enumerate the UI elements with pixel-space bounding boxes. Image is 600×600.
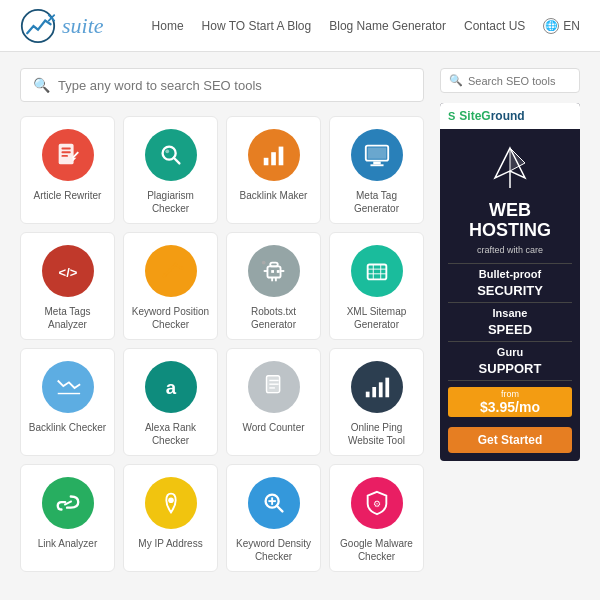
tool-card-keyword-position-checker[interactable]: Keyword Position Checker — [123, 232, 218, 340]
tool-icon-robots-generator — [248, 245, 300, 297]
tool-card-meta-tag-generator[interactable]: Meta Tag Generator — [329, 116, 424, 224]
tool-icon-malware-checker: ⚙ — [351, 477, 403, 529]
svg-rect-30 — [271, 278, 273, 282]
content-area: 🔍 Article RewriterPlagiarism CheckerBack… — [20, 68, 424, 572]
svg-point-32 — [261, 261, 265, 265]
tool-icon-online-ping — [351, 361, 403, 413]
tool-label-my-ip: My IP Address — [130, 537, 211, 550]
svg-rect-6 — [61, 155, 68, 157]
tool-card-keyword-density[interactable]: Keyword Density Checker — [226, 464, 321, 572]
tool-card-backlink-checker[interactable]: Backlink Checker — [20, 348, 115, 456]
nav-contact[interactable]: Contact US — [464, 19, 525, 33]
nav-lang[interactable]: 🌐 EN — [543, 18, 580, 34]
tool-icon-meta-tags-analyzer: </> — [42, 245, 94, 297]
svg-rect-26 — [276, 270, 279, 273]
ad-feature-2: SECURITY — [448, 283, 572, 298]
svg-rect-4 — [61, 148, 70, 150]
svg-rect-12 — [263, 158, 268, 165]
bird-icon — [485, 143, 535, 193]
tool-icon-meta-tag-generator — [351, 129, 403, 181]
tool-label-xml-sitemap: XML Sitemap Generator — [336, 305, 417, 331]
tool-card-meta-tags-analyzer[interactable]: </>Meta Tags Analyzer — [20, 232, 115, 340]
svg-rect-17 — [373, 162, 380, 165]
ad-cta-button[interactable]: Get Started — [448, 427, 572, 453]
ad-feature-3: Insane — [448, 307, 572, 319]
ad-price-amount: $3.95/mo — [452, 399, 568, 415]
lang-label: EN — [563, 19, 580, 33]
main-nav: Home How TO Start A Blog Blog Name Gener… — [152, 18, 580, 34]
svg-point-11 — [165, 149, 169, 153]
ad-feature-4: SPEED — [448, 322, 572, 337]
tool-label-backlink-maker: Backlink Maker — [233, 189, 314, 202]
globe-icon: 🌐 — [543, 18, 559, 34]
svg-text:a: a — [165, 377, 176, 398]
tool-label-robots-generator: Robots.txt Generator — [233, 305, 314, 331]
tool-icon-word-counter — [248, 361, 300, 413]
tool-icon-keyword-position-checker — [145, 245, 197, 297]
svg-point-50 — [168, 497, 174, 503]
tool-card-link-analyzer[interactable]: Link Analyzer — [20, 464, 115, 572]
tool-icon-backlink-maker — [248, 129, 300, 181]
tool-label-article-rewriter: Article Rewriter — [27, 189, 108, 202]
tool-icon-my-ip — [145, 477, 197, 529]
tool-label-plagiarism-checker: Plagiarism Checker — [130, 189, 211, 215]
tool-card-article-rewriter[interactable]: Article Rewriter — [20, 116, 115, 224]
main-container: 🔍 Article RewriterPlagiarism CheckerBack… — [0, 52, 600, 588]
svg-rect-18 — [370, 164, 383, 166]
sidebar-search-icon: 🔍 — [449, 74, 463, 87]
tool-label-keyword-density: Keyword Density Checker — [233, 537, 314, 563]
svg-marker-57 — [510, 148, 525, 171]
svg-rect-5 — [61, 151, 70, 153]
svg-line-10 — [173, 158, 179, 164]
tool-label-word-counter: Word Counter — [233, 421, 314, 434]
tool-label-online-ping: Online Ping Website Tool — [336, 421, 417, 447]
nav-home[interactable]: Home — [152, 19, 184, 33]
nav-blog-name[interactable]: Blog Name Generator — [329, 19, 446, 33]
svg-line-52 — [276, 506, 282, 512]
svg-rect-31 — [274, 278, 276, 282]
tool-card-online-ping[interactable]: Online Ping Website Tool — [329, 348, 424, 456]
svg-rect-3 — [58, 144, 73, 165]
tools-grid: Article RewriterPlagiarism CheckerBackli… — [20, 116, 424, 572]
svg-rect-48 — [385, 378, 389, 398]
svg-rect-27 — [270, 263, 277, 267]
tool-icon-article-rewriter — [42, 129, 94, 181]
tool-card-malware-checker[interactable]: ⚙Google Malware Checker — [329, 464, 424, 572]
tool-label-link-analyzer: Link Analyzer — [27, 537, 108, 550]
svg-text:</>: </> — [58, 265, 77, 280]
sidebar-search-input[interactable] — [468, 75, 571, 87]
tool-label-meta-tags-analyzer: Meta Tags Analyzer — [27, 305, 108, 331]
tool-card-plagiarism-checker[interactable]: Plagiarism Checker — [123, 116, 218, 224]
svg-rect-45 — [365, 392, 369, 398]
logo-icon — [20, 8, 56, 44]
tool-card-xml-sitemap[interactable]: XML Sitemap Generator — [329, 232, 424, 340]
tool-label-malware-checker: Google Malware Checker — [336, 537, 417, 563]
svg-rect-13 — [271, 152, 276, 165]
tool-card-robots-generator[interactable]: Robots.txt Generator — [226, 232, 321, 340]
tool-label-meta-tag-generator: Meta Tag Generator — [336, 189, 417, 215]
ad-headline: WEBHOSTING — [448, 201, 572, 241]
main-search-input[interactable] — [58, 78, 411, 93]
logo-text: suite — [62, 13, 104, 39]
ad-feature-6: SUPPORT — [448, 361, 572, 376]
nav-how-to[interactable]: How TO Start A Blog — [202, 19, 312, 33]
ad-banner: S SiteGround WEBHOSTING crafted with car… — [440, 103, 580, 461]
header: suite Home How TO Start A Blog Blog Name… — [0, 0, 600, 52]
tool-card-backlink-maker[interactable]: Backlink Maker — [226, 116, 321, 224]
tool-icon-plagiarism-checker — [145, 129, 197, 181]
tool-label-alexa-rank: Alexa Rank Checker — [130, 421, 211, 447]
svg-text:⚙: ⚙ — [373, 499, 381, 509]
tool-icon-alexa-rank: a — [145, 361, 197, 413]
tool-card-alexa-rank[interactable]: aAlexa Rank Checker — [123, 348, 218, 456]
ad-sub: crafted with care — [448, 245, 572, 255]
svg-rect-33 — [367, 264, 386, 279]
tool-icon-link-analyzer — [42, 477, 94, 529]
logo[interactable]: suite — [20, 8, 104, 44]
tool-card-word-counter[interactable]: Word Counter — [226, 348, 321, 456]
ad-price: from $3.95/mo — [448, 387, 572, 417]
tool-label-keyword-position-checker: Keyword Position Checker — [130, 305, 211, 331]
tool-card-my-ip[interactable]: My IP Address — [123, 464, 218, 572]
svg-rect-47 — [378, 382, 382, 397]
tool-label-backlink-checker: Backlink Checker — [27, 421, 108, 434]
sidebar-search-bar: 🔍 — [440, 68, 580, 93]
